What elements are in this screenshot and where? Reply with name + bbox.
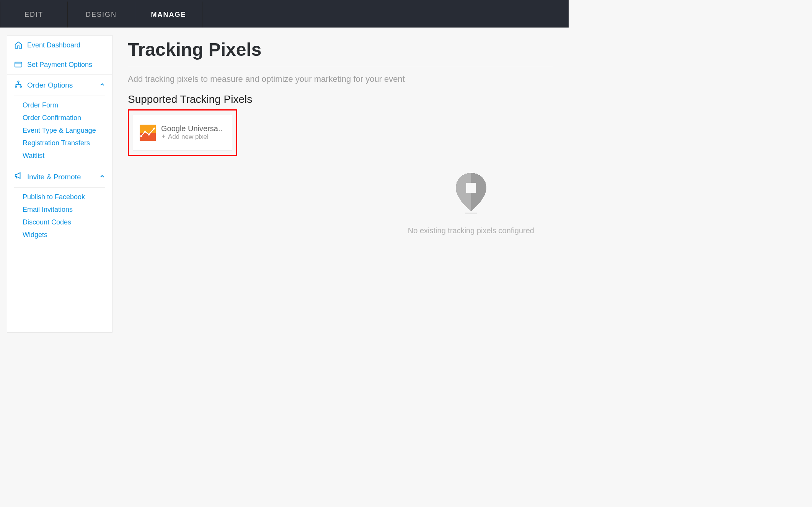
svg-point-4 [20,86,22,88]
sidebar-item-set-payment-options[interactable]: Set Payment Options [7,55,112,75]
tab-design[interactable]: DESIGN [67,2,135,28]
main-content: Tracking Pixels Add tracking pixels to m… [113,28,569,333]
svg-point-2 [18,81,19,83]
nav-remainder [202,2,569,28]
sidebar-section-label: Order Options [27,81,73,89]
credit-card-icon [14,60,23,69]
sidebar-item-registration-transfers[interactable]: Registration Transfers [7,137,112,150]
pixel-card-google-analytics[interactable]: Google Universa.. Add new pixel [133,115,232,151]
divider [14,187,105,188]
empty-state-message: No existing tracking pixels configured [408,226,534,235]
chevron-up-icon [99,81,105,89]
sidebar-item-label: Event Dashboard [27,41,80,49]
svg-rect-14 [465,213,477,214]
sidebar-item-waitlist[interactable]: Waitlist [7,150,112,162]
sidebar-item-discount-codes[interactable]: Discount Codes [7,216,112,229]
sidebar-section-order-options: Order Options Order Form Order Confirmat… [7,75,112,166]
sidebar-item-order-form[interactable]: Order Form [7,99,112,112]
home-icon [14,41,23,49]
map-pin-icon [454,173,488,216]
svg-point-3 [15,86,17,88]
sidebar-item-publish-facebook[interactable]: Publish to Facebook [7,191,112,203]
sidebar-section-header-order-options[interactable]: Order Options [7,75,112,96]
divider [14,96,105,96]
sidebar-section-invite-promote: Invite & Promote Publish to Facebook Ema… [7,166,112,245]
add-new-pixel-label: Add new pixel [168,133,209,141]
sidebar-item-event-type-language[interactable]: Event Type & Language [7,124,112,137]
hierarchy-icon [14,80,23,90]
sidebar-section-label: Invite & Promote [27,173,81,181]
svg-point-10 [153,127,155,129]
chevron-up-icon [99,173,105,181]
tab-manage[interactable]: MANAGE [135,2,202,28]
section-heading-supported: Supported Tracking Pixels [128,93,553,106]
page-title: Tracking Pixels [128,39,553,67]
empty-state: No existing tracking pixels configured [408,173,534,235]
svg-point-7 [140,135,142,137]
highlighted-region: Google Universa.. Add new pixel [128,109,237,156]
sidebar-item-label: Set Payment Options [27,61,92,69]
megaphone-icon [14,172,23,182]
sidebar-item-order-confirmation[interactable]: Order Confirmation [7,112,112,124]
nav-tabs: EDIT DESIGN MANAGE [0,2,569,28]
sidebar-item-email-invitations[interactable]: Email Invitations [7,203,112,216]
svg-point-9 [148,133,150,135]
pixel-card-name: Google Universa.. [161,124,222,133]
sidebar-section-header-invite-promote[interactable]: Invite & Promote [7,166,112,187]
add-new-pixel-link[interactable]: Add new pixel [161,133,222,141]
svg-rect-0 [15,62,22,67]
sidebar: Event Dashboard Set Payment Options Orde… [7,35,113,333]
svg-point-8 [144,130,146,132]
page-subtitle: Add tracking pixels to measure and optim… [128,74,553,84]
sidebar-item-event-dashboard[interactable]: Event Dashboard [7,36,112,55]
svg-rect-13 [466,183,476,193]
tab-edit[interactable]: EDIT [0,2,67,28]
google-analytics-icon [140,125,156,141]
plus-icon [161,133,166,141]
sidebar-item-widgets[interactable]: Widgets [7,229,112,241]
